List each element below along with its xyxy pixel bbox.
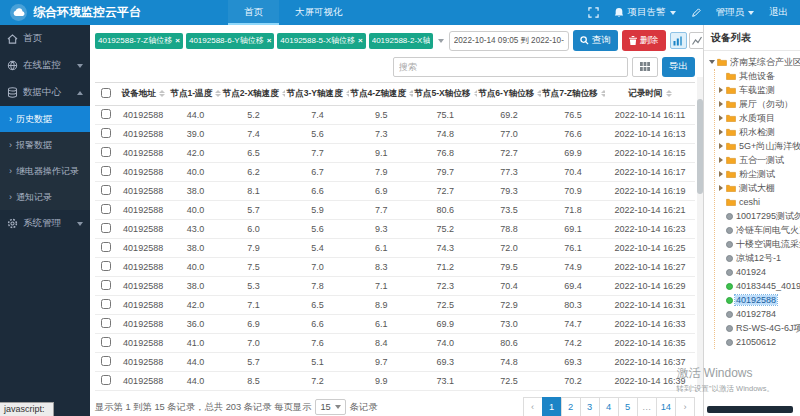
- tree-node[interactable]: 5G+尚山海洋牧场海产品: [717, 139, 800, 153]
- tree-node[interactable]: 水质项目: [717, 111, 800, 125]
- row-checkbox[interactable]: [101, 261, 111, 271]
- line-view-toggle[interactable]: [689, 32, 703, 49]
- tree-node[interactable]: 展厅（勿动）: [717, 97, 800, 111]
- sort-icon[interactable]: [159, 90, 165, 97]
- pen-icon[interactable]: [691, 8, 701, 18]
- tree-node[interactable]: 凉城12号-1: [717, 251, 800, 265]
- row-checkbox[interactable]: [101, 299, 111, 309]
- column-header[interactable]: 节点3-Y轴速度: [285, 83, 349, 106]
- page-button[interactable]: 1: [542, 397, 562, 416]
- sidebar-subitem[interactable]: ›历史数据: [0, 106, 90, 132]
- table-row[interactable]: 4019258840.07.57.08.371.279.574.92022-10…: [95, 258, 695, 277]
- tree-node[interactable]: 粉尘测试: [717, 167, 800, 181]
- filter-tag[interactable]: 40192588-6-Y轴位移×: [186, 33, 274, 49]
- sidebar-subitem[interactable]: ›报警数据: [0, 132, 90, 158]
- select-all-checkbox[interactable]: [101, 88, 111, 98]
- date-range-input[interactable]: [449, 31, 569, 51]
- sort-icon[interactable]: [409, 90, 413, 97]
- alarm-menu[interactable]: 项目告警: [614, 6, 676, 19]
- tree-node[interactable]: 40192784: [717, 307, 800, 321]
- row-checkbox[interactable]: [101, 223, 111, 233]
- row-checkbox[interactable]: [101, 337, 111, 347]
- page-button[interactable]: 14: [656, 397, 676, 416]
- row-checkbox[interactable]: [101, 185, 111, 195]
- tree-node[interactable]: 21050612: [717, 335, 800, 349]
- chart-view-toggle[interactable]: [670, 32, 687, 49]
- column-header[interactable]: 节点4-Z轴速度: [349, 83, 413, 106]
- expand-caret-icon[interactable]: [717, 101, 724, 107]
- table-row[interactable]: 4019258838.08.16.66.972.779.370.92022-10…: [95, 182, 695, 201]
- monitor-point-multiselect[interactable]: 40192588-7-Z轴位移×40192588-6-Y轴位移×40192588…: [95, 33, 433, 49]
- tree-node[interactable]: 40183445_40192482: [717, 279, 800, 293]
- sort-icon[interactable]: [537, 90, 541, 97]
- tree-node[interactable]: 济南某综合产业区: [708, 55, 800, 69]
- remove-tag-icon[interactable]: ×: [175, 37, 180, 45]
- row-checkbox[interactable]: [101, 318, 111, 328]
- column-header[interactable]: 设备地址: [117, 83, 169, 106]
- expand-caret-icon[interactable]: [717, 87, 724, 93]
- table-row[interactable]: 4019258842.06.57.79.176.872.769.92022-10…: [95, 144, 695, 163]
- tree-node[interactable]: 车载监测: [717, 83, 800, 97]
- prev-page-button[interactable]: ‹: [523, 397, 543, 416]
- table-row[interactable]: 4019258841.07.07.68.474.080.674.22022-10…: [95, 334, 695, 353]
- table-row[interactable]: 4019258836.06.96.66.169.973.074.72022-10…: [95, 315, 695, 334]
- query-button[interactable]: 查询: [573, 30, 618, 51]
- table-row[interactable]: 4019258840.06.26.77.979.777.370.42022-10…: [95, 163, 695, 182]
- column-header[interactable]: 记录时间: [605, 83, 695, 106]
- page-button[interactable]: 4: [599, 397, 619, 416]
- expand-caret-icon[interactable]: [717, 115, 724, 121]
- filter-tag[interactable]: 40192588-2-X轴速度×: [369, 33, 433, 49]
- tree-node[interactable]: 10017295测试勿动: [717, 209, 800, 223]
- expand-caret-icon[interactable]: [717, 157, 724, 163]
- logout-button[interactable]: 退出: [769, 6, 788, 19]
- page-button[interactable]: 5: [618, 397, 638, 416]
- column-header[interactable]: 节点7-Z轴位移: [541, 83, 605, 106]
- table-row[interactable]: 4019258844.05.75.19.769.374.869.32022-10…: [95, 353, 695, 372]
- table-row[interactable]: 4019258843.06.05.69.375.278.869.12022-10…: [95, 220, 695, 239]
- filter-tag[interactable]: 40192588-5-X轴位移×: [277, 33, 365, 49]
- tree-node[interactable]: 十楼空调电流采集(请勿更: [717, 237, 800, 251]
- expand-caret-icon[interactable]: [717, 129, 724, 135]
- ellipsis-page-button[interactable]: …: [637, 397, 657, 416]
- row-checkbox[interactable]: [101, 280, 111, 290]
- search-input[interactable]: [393, 57, 628, 77]
- table-row[interactable]: 4019258842.07.16.58.972.572.980.32022-10…: [95, 296, 695, 315]
- sort-icon[interactable]: [666, 90, 672, 97]
- column-header[interactable]: 节点1-温度: [169, 83, 221, 106]
- table-row[interactable]: 4019258838.07.95.46.174.372.076.12022-10…: [95, 239, 695, 258]
- sidebar-subitem[interactable]: ›继电器操作记录: [0, 158, 90, 184]
- sort-icon[interactable]: [474, 90, 478, 97]
- expand-caret-icon[interactable]: [717, 143, 724, 149]
- tree-node[interactable]: 其他设备: [717, 69, 800, 83]
- sidebar-item-system[interactable]: 系统管理: [0, 210, 90, 237]
- delete-button[interactable]: 删除: [622, 30, 666, 51]
- export-button[interactable]: 导出: [662, 57, 695, 77]
- tree-node[interactable]: 401924: [717, 265, 800, 279]
- table-row[interactable]: 4019258839.07.45.67.374.877.076.62022-10…: [95, 125, 695, 144]
- row-checkbox[interactable]: [101, 128, 111, 138]
- column-header[interactable]: 节点5-X轴位移: [413, 83, 477, 106]
- sidebar-subitem[interactable]: ›通知记录: [0, 184, 90, 210]
- tree-node[interactable]: 测试大棚: [717, 181, 800, 195]
- sort-icon[interactable]: [282, 90, 286, 97]
- table-row[interactable]: 4019258838.05.37.87.172.370.469.42022-10…: [95, 277, 695, 296]
- table-row[interactable]: 4019258844.05.27.49.575.169.276.52022-10…: [95, 106, 695, 125]
- tree-node[interactable]: RS-WS-4G-6J项目: [717, 321, 800, 335]
- tree-node[interactable]: 五合一测试: [717, 153, 800, 167]
- tab-bigscreen[interactable]: 大屏可视化: [279, 0, 359, 25]
- remove-tag-icon[interactable]: ×: [267, 37, 272, 45]
- horizontal-scrollbar[interactable]: [707, 406, 793, 413]
- table-row[interactable]: 4019258840.05.75.97.780.673.571.82022-10…: [95, 201, 695, 220]
- tree-node[interactable]: 冷链车间电气火灾报警器: [717, 223, 800, 237]
- page-size-select[interactable]: 15: [315, 399, 345, 415]
- sidebar-item-data-center[interactable]: 数据中心: [0, 79, 90, 106]
- filter-tag[interactable]: 40192588-7-Z轴位移×: [95, 33, 183, 49]
- row-checkbox[interactable]: [101, 204, 111, 214]
- tab-home[interactable]: 首页: [228, 0, 279, 25]
- user-menu[interactable]: 管理员: [716, 6, 755, 19]
- remove-tag-icon[interactable]: ×: [358, 37, 363, 45]
- row-checkbox[interactable]: [101, 147, 111, 157]
- expand-caret-icon[interactable]: [708, 60, 715, 64]
- expand-caret-icon[interactable]: [717, 185, 724, 191]
- table-row[interactable]: 4019258844.08.57.29.973.172.570.22022-10…: [95, 372, 695, 391]
